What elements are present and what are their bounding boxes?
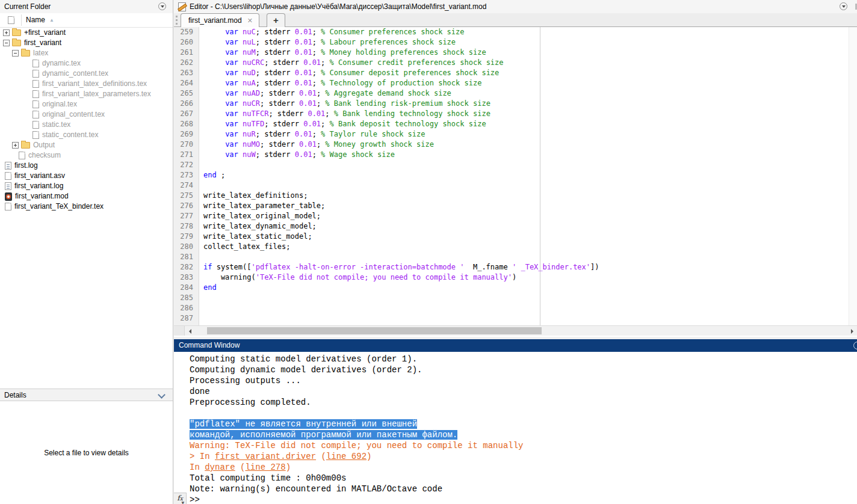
- close-tab-icon[interactable]: ✕: [247, 17, 253, 24]
- console-text: Processing outputs ...: [190, 376, 301, 386]
- tree-item[interactable]: Output: [0, 140, 173, 150]
- tree-item-label: latex: [33, 49, 48, 57]
- command-prompt[interactable]: >>: [190, 494, 857, 504]
- collapse-icon[interactable]: [3, 40, 10, 46]
- vertical-scrollbar[interactable]: [849, 27, 857, 325]
- code-line: 284end: [174, 283, 857, 293]
- file-icon: [32, 111, 39, 118]
- tree-item[interactable]: original_content.tex: [0, 109, 173, 120]
- line-number: 276: [174, 201, 199, 211]
- expand-icon[interactable]: [12, 142, 19, 149]
- editor-tabbar: first_variant.mod✕ +: [174, 13, 857, 27]
- chevron-down-icon[interactable]: [158, 391, 166, 399]
- code-line: 266 var nuCR; stderr 0.01; % Bank lendin…: [174, 99, 857, 109]
- collapse-icon[interactable]: [12, 50, 19, 57]
- scrollbar-corner: [174, 326, 185, 336]
- tree-item-label: first_variant.mod: [15, 192, 69, 200]
- tree-item-label: dynamic.tex: [42, 59, 81, 67]
- console-line: Total computing time : 0h00m00s: [190, 473, 857, 484]
- console-line: Preprocessing completed.: [190, 397, 857, 408]
- command-window-titlebar: Command Window: [174, 339, 857, 352]
- panel-menu-icon[interactable]: [853, 342, 857, 349]
- console-link[interactable]: line 278: [245, 463, 285, 472]
- console-link[interactable]: first_variant.driver: [215, 452, 316, 461]
- line-number: 264: [174, 78, 199, 88]
- selected-text: "pdflatex" не является внутренней или вн…: [190, 419, 417, 429]
- expand-icon[interactable]: [3, 29, 10, 36]
- tree-item[interactable]: +first_variant: [0, 28, 173, 38]
- line-number: 263: [174, 68, 199, 78]
- command-window-panel: Command Window Computing static model de…: [174, 339, 857, 504]
- filelines-icon: [5, 182, 11, 190]
- code-line: 281: [174, 252, 857, 262]
- tree-item[interactable]: first_variant_latex_parameters.tex: [0, 89, 173, 99]
- console-line: done: [190, 386, 857, 397]
- line-number: 266: [174, 99, 199, 109]
- tree-item[interactable]: static.tex: [0, 120, 173, 130]
- tree-item[interactable]: first_variant.log: [0, 181, 173, 191]
- code-line: 287: [174, 313, 857, 324]
- details-header[interactable]: Details: [0, 389, 173, 401]
- fx-function-hints-button[interactable]: fx▼: [174, 493, 187, 504]
- console-link[interactable]: line 692: [326, 452, 367, 461]
- command-window-output[interactable]: Computing static model derivatives (orde…: [174, 352, 857, 504]
- tree-item[interactable]: dynamic_content.tex: [0, 69, 173, 79]
- file-icon: [32, 90, 39, 98]
- console-text: Total computing time : 0h00m00s: [190, 473, 346, 483]
- line-number: 285: [174, 293, 199, 303]
- panel-menu-icon[interactable]: [840, 2, 847, 10]
- drag-handle-icon[interactable]: [176, 16, 178, 25]
- tree-item[interactable]: first_variant.asv: [0, 171, 173, 181]
- file-icon: [32, 70, 39, 78]
- details-placeholder: Select a file to view details: [0, 449, 173, 457]
- selected-text: командой, исполняемой программой или пак…: [190, 430, 457, 440]
- line-number: 269: [174, 129, 199, 140]
- scroll-right-arrow[interactable]: [847, 326, 857, 336]
- file-icon: [5, 172, 11, 180]
- console-text: ): [367, 452, 371, 461]
- editor-icon: [178, 2, 186, 11]
- new-tab-button[interactable]: +: [267, 13, 285, 27]
- code-line: 267 var nuTFCR; stderr 0.01; % Bank lend…: [174, 109, 857, 119]
- command-window-title: Command Window: [179, 341, 240, 349]
- tree-item[interactable]: first_variant_latex_definitions.tex: [0, 79, 173, 89]
- code-line: 277write_latex_original_model;: [174, 211, 857, 221]
- code-line: 273end ;: [174, 170, 857, 180]
- tree-item-label: first.log: [14, 161, 38, 170]
- tree-item[interactable]: first.log: [0, 161, 173, 171]
- tree-item[interactable]: latex: [0, 48, 173, 58]
- line-number: 287: [174, 313, 199, 324]
- console-line: Processing outputs ...: [190, 375, 857, 386]
- tree-item-label: original_content.tex: [42, 110, 105, 118]
- tree-item-label: original.tex: [42, 100, 77, 108]
- code-line: 271 var nuW; stderr 0.01; % Wage shock s…: [174, 150, 857, 160]
- console-link[interactable]: dynare: [205, 463, 235, 472]
- line-number: 268: [174, 119, 199, 129]
- tree-item-label: first_variant.log: [14, 182, 63, 190]
- tree-item[interactable]: static_content.tex: [0, 130, 173, 140]
- tab-first-variant-mod[interactable]: first_variant.mod✕: [181, 13, 259, 27]
- panel-menu-icon[interactable]: [158, 2, 166, 10]
- tree-item[interactable]: first_variant: [0, 38, 173, 48]
- tree-item[interactable]: dynamic.tex: [0, 58, 173, 69]
- code-line: 260 var nuL; stderr 0.01; % Labour prefe…: [174, 37, 857, 48]
- tree-item-label: first_variant_latex_parameters.tex: [42, 90, 151, 98]
- tree-item-label: first_variant_latex_definitions.tex: [42, 79, 147, 88]
- code-editor[interactable]: 259 var nuC; stderr 0.01; % Consumer pre…: [174, 27, 857, 325]
- file-list-column-header: Name▲: [0, 13, 173, 28]
- caret-down-icon: ▼: [181, 501, 184, 504]
- line-number: 272: [174, 160, 199, 170]
- scroll-left-arrow[interactable]: [184, 326, 194, 336]
- matlab-window: Current Folder Name▲ +first_variantfirst…: [0, 0, 857, 504]
- tree-item[interactable]: first_variant_TeX_binder.tex: [0, 201, 173, 212]
- line-number: 278: [174, 221, 199, 232]
- tree-item[interactable]: original.tex: [0, 99, 173, 109]
- folder-icon: [12, 40, 21, 46]
- name-column-header[interactable]: Name▲: [26, 13, 54, 27]
- line-number: 262: [174, 58, 199, 68]
- horizontal-scrollbar[interactable]: [174, 325, 857, 336]
- line-number: 279: [174, 232, 199, 242]
- tree-item[interactable]: first_variant.mod: [0, 191, 173, 201]
- scrollbar-thumb[interactable]: [207, 327, 542, 334]
- tree-item[interactable]: checksum: [0, 150, 173, 161]
